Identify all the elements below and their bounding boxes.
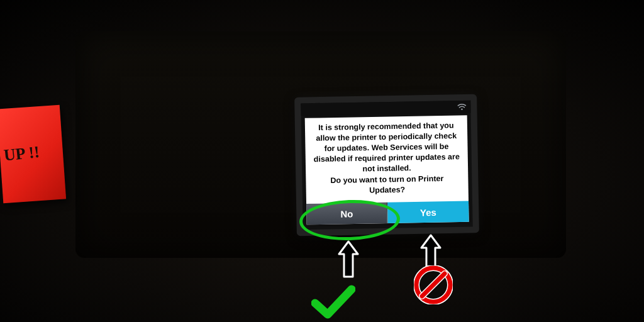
prohibit-icon [414,265,453,304]
sticky-note-text: UP !! [3,142,61,164]
checkmark-icon [311,284,355,319]
svg-line-4 [422,274,445,296]
status-bar [301,101,470,116]
dialog-buttons: No Yes [306,201,469,225]
dialog-question: Do you want to turn on Printer Updates? [312,174,462,197]
arrow-up-icon [338,240,359,279]
dialog-text: It is strongly recommended that you allo… [305,115,469,204]
svg-point-0 [461,108,463,110]
arrow-up-icon [420,234,441,269]
update-dialog: It is strongly recommended that you allo… [305,115,469,225]
wifi-icon [457,102,467,112]
sticky-note: UP !! [0,105,66,204]
printer-screen-bezel: It is strongly recommended that you allo… [294,94,479,236]
dialog-body: It is strongly recommended that you allo… [311,120,462,175]
yes-button[interactable]: Yes [387,201,469,224]
no-button[interactable]: No [306,203,388,225]
printer-screen[interactable]: It is strongly recommended that you allo… [301,101,472,230]
